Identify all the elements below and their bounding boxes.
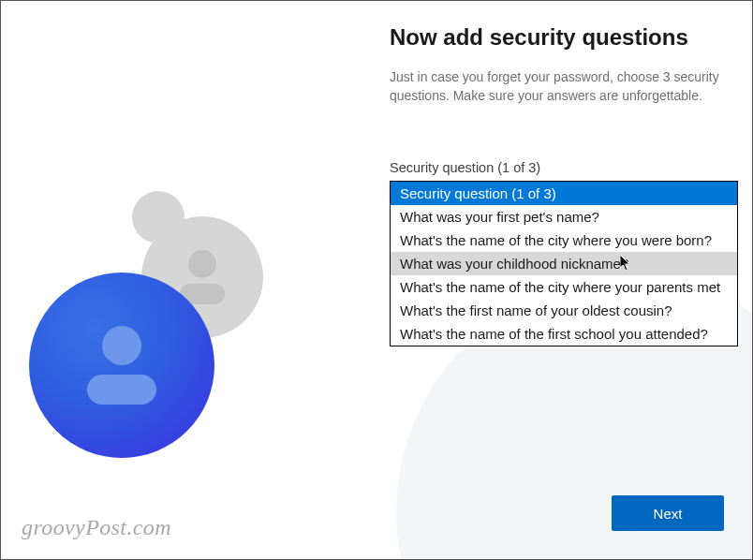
page-subtitle: Just in case you forget your password, c… [390, 67, 736, 106]
dropdown-option[interactable]: What's the name of the first school you … [391, 322, 737, 346]
dropdown-option[interactable]: What's the name of the city where your p… [391, 275, 737, 299]
dropdown-option-label: What was your childhood nickname? [400, 256, 628, 272]
avatar-icon-primary [29, 273, 214, 458]
dropdown-option[interactable]: Security question (1 of 3) [391, 182, 737, 205]
dropdown-option[interactable]: What's the first name of your oldest cou… [391, 299, 737, 322]
page-title: Now add security questions [390, 24, 736, 51]
security-question-label: Security question (1 of 3) [390, 160, 736, 175]
dropdown-option[interactable]: What's the name of the city where you we… [391, 228, 737, 252]
security-question-dropdown[interactable]: Security question (1 of 3) What was your… [390, 181, 738, 346]
dropdown-option[interactable]: What was your childhood nickname? [391, 252, 737, 275]
dropdown-option[interactable]: What was your first pet's name? [391, 205, 737, 228]
watermark: groovyPost.com [22, 515, 171, 540]
next-button[interactable]: Next [612, 495, 724, 531]
